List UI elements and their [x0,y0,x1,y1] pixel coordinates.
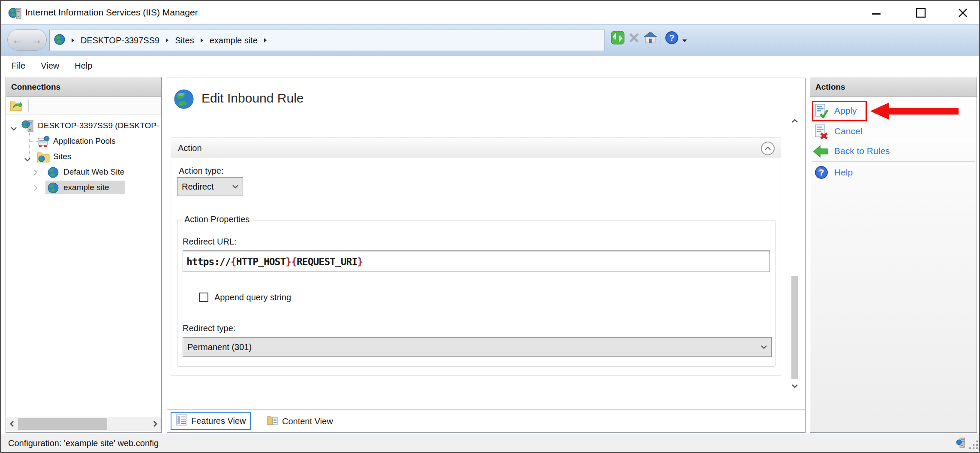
collapse-section-icon[interactable] [761,142,775,155]
tree-item-example-site[interactable]: example site [6,180,161,196]
menu-file[interactable]: File [6,59,30,72]
back-to-rules-link[interactable]: Back to Rules [834,146,890,156]
tree-item-server[interactable]: DESKTOP-3397SS9 (DESKTOP- [6,118,161,134]
redirect-url-label: Redirect URL: [183,237,237,247]
application-pools-icon [37,135,50,150]
chevron-down-icon[interactable] [24,154,31,164]
action-properties-group: Action Properties Redirect URL: https://… [177,220,776,367]
action-section: Action Action type: Redirect Action Prop… [171,137,781,376]
scrollbar-thumb[interactable] [791,276,798,379]
breadcrumb-item-server[interactable]: DESKTOP-3397SS9 [81,36,159,45]
action-section-header: Action [171,138,781,158]
action-properties-legend: Action Properties [181,214,253,224]
chevron-down-icon [757,345,771,349]
svg-text:?: ? [669,33,674,42]
breadcrumb-separator-icon [165,38,169,43]
scrollbar-thumb[interactable] [18,418,107,430]
tree-item-label[interactable]: Application Pools [53,136,116,146]
feature-page-panel: Edit Inbound Rule Action Action type: Re… [167,78,806,433]
apply-highlight-box [812,101,867,121]
status-text: Configuration: 'example site' web.config [1,438,159,448]
annotation-arrow [869,101,960,123]
connections-title: Connections [6,82,60,92]
configuration-status-icon [956,437,968,451]
actions-header: Actions [810,77,977,97]
action-type-select[interactable]: Redirect [177,177,243,196]
scroll-right-icon[interactable] [150,417,161,431]
toolbar-divider [661,31,661,44]
menu-help[interactable]: Help [69,59,97,72]
cancel-link[interactable]: Cancel [834,126,862,136]
tree-item-label[interactable]: example site [63,183,109,192]
breadcrumb-item-example-site[interactable]: example site [210,36,258,45]
title-bar: Internet Information Services (IIS) Mana… [1,1,979,24]
tree-item-label[interactable]: Default Web Site [63,167,124,177]
menu-bar: File View Help [1,56,979,75]
breadcrumb[interactable]: DESKTOP-3397SS9 Sites example site [49,30,605,51]
sites-folder-icon [37,151,50,165]
connections-header: Connections [6,77,161,97]
forward-icon[interactable]: → [31,34,42,45]
append-query-string-label[interactable]: Append query string [214,293,291,302]
maximize-button[interactable] [910,6,932,20]
svg-text:?: ? [819,168,824,177]
menu-view[interactable]: View [36,59,64,72]
globe-icon [54,34,65,47]
close-button[interactable] [952,6,974,20]
actions-title: Actions [810,82,845,92]
features-view-icon [176,414,188,428]
tab-features-view[interactable]: Features View [171,412,251,430]
tree-item-application-pools[interactable]: Application Pools [6,134,161,149]
resize-grip[interactable] [969,440,979,453]
iis-manager-window: Internet Information Services (IIS) Mana… [0,0,980,453]
scroll-down-icon[interactable] [790,381,800,391]
page-globe-icon [173,88,195,112]
chevron-right-icon[interactable] [33,169,38,178]
status-bar: Configuration: 'example site' web.config [1,435,979,452]
server-icon [21,120,34,135]
tab-label: Features View [191,416,246,426]
breadcrumb-separator-icon [71,38,75,43]
cancel-icon [815,124,829,141]
save-connection-icon[interactable] [9,99,23,114]
breadcrumb-item-sites[interactable]: Sites [175,36,194,45]
tree-item-label[interactable]: Sites [53,152,71,161]
help-link[interactable]: Help [834,167,853,178]
chevron-right-icon[interactable] [33,184,38,193]
redirect-type-label: Redirect type: [183,323,235,333]
back-arrow-icon [813,145,828,160]
tree-item-sites[interactable]: Sites [6,149,161,165]
toolbar-divider [28,100,29,112]
actions-separator [812,161,975,162]
stop-icon [626,30,642,45]
tab-content-view[interactable]: Content View [262,413,337,430]
breadcrumb-separator-icon [264,38,267,43]
home-icon[interactable] [643,30,658,45]
redirect-type-value: Permanent (301) [183,342,757,352]
help-icon[interactable]: ? [664,30,679,45]
scroll-left-icon[interactable] [6,417,18,431]
tree-item-label[interactable]: DESKTOP-3397SS9 (DESKTOP- [38,121,159,130]
redirect-type-select[interactable]: Permanent (301) [183,337,772,357]
restart-icon[interactable] [610,30,625,45]
action-section-title: Action [178,143,202,153]
back-icon[interactable]: ← [12,34,23,45]
chevron-down-icon [228,184,243,189]
redirect-url-input[interactable]: https://{HTTP_HOST}{REQUEST_URI} [183,251,770,272]
tree-item-default-web-site[interactable]: Default Web Site [6,165,161,180]
minimize-button[interactable] [866,6,887,20]
page-title: Edit Inbound Rule [201,91,304,106]
action-type-label: Action type: [179,166,224,176]
content-view-icon [267,415,279,428]
help-sphere-icon: ? [815,166,828,181]
connections-h-scrollbar[interactable] [6,417,161,431]
tab-label: Content View [282,417,333,426]
help-dropdown-icon[interactable] [682,36,687,44]
append-query-string-checkbox[interactable] [199,293,208,302]
site-globe-icon [47,182,59,196]
action-type-value: Redirect [177,182,228,192]
chevron-down-icon[interactable] [10,124,17,133]
scroll-up-icon[interactable] [790,116,800,126]
tabs-divider [167,409,805,410]
address-bar: ← → DESKTOP-3397SS9 Sites example site [1,24,979,56]
